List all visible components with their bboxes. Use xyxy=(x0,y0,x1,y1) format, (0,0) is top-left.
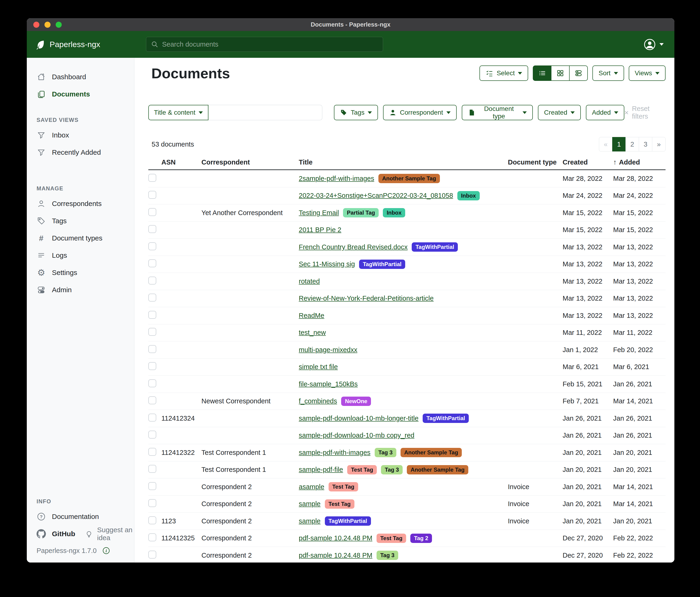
tag-badge[interactable]: Tag 3 xyxy=(381,465,403,474)
row-checkbox[interactable] xyxy=(148,208,156,216)
pagination-page-1[interactable]: 1 xyxy=(612,137,626,151)
row-checkbox[interactable] xyxy=(148,551,156,558)
row-checkbox[interactable] xyxy=(148,499,156,507)
row-checkbox[interactable] xyxy=(148,414,156,422)
pagination-last-button[interactable]: » xyxy=(652,137,666,151)
table-row[interactable]: Correspondent 2asampleTest TagInvoiceJan… xyxy=(148,478,666,496)
sidebar-item-admin[interactable]: Admin xyxy=(27,281,134,298)
created-filter-button[interactable]: Created xyxy=(538,105,581,120)
row-checkbox[interactable] xyxy=(148,294,156,302)
sidebar-item-github[interactable]: GitHub xyxy=(27,525,75,543)
views-button[interactable]: Views xyxy=(629,66,666,81)
sidebar-item-tags[interactable]: Tags xyxy=(27,212,134,230)
header-created[interactable]: Created xyxy=(562,159,613,166)
row-checkbox[interactable] xyxy=(148,397,156,404)
tags-filter-button[interactable]: Tags xyxy=(334,105,378,120)
sidebar-item-correspondents[interactable]: Correspondents xyxy=(27,195,134,212)
sidebar-item-inbox[interactable]: Inbox xyxy=(27,126,134,144)
sidebar-item-dashboard[interactable]: Dashboard xyxy=(27,68,134,86)
document-type-filter-button[interactable]: Document type xyxy=(462,105,533,120)
pagination-page-3[interactable]: 3 xyxy=(639,137,652,151)
document-title-link[interactable]: sample xyxy=(299,500,321,508)
sidebar-item-documentation[interactable]: ? Documentation xyxy=(27,508,134,525)
tag-badge[interactable]: Tag 3 xyxy=(375,448,396,457)
table-row[interactable]: Correspondent 2sampleTest TagInvoiceJan … xyxy=(148,496,666,513)
document-title-link[interactable]: sample xyxy=(299,517,321,525)
tag-badge[interactable]: TagWithPartial xyxy=(325,517,371,526)
table-row[interactable]: simple txt fileMar 6, 2021Mar 6, 2021 xyxy=(148,359,666,376)
reset-filters-button[interactable]: × Reset filters xyxy=(624,105,666,120)
row-checkbox[interactable] xyxy=(148,379,156,387)
table-row[interactable]: Review-of-New-York-Federal-Petitions-art… xyxy=(148,290,666,307)
table-row[interactable]: 112412324sample-pdf-download-10-mb-longe… xyxy=(148,410,666,427)
filter-field-button[interactable]: Title & content xyxy=(148,105,208,120)
detail-view-button[interactable] xyxy=(569,66,588,81)
close-window-button[interactable] xyxy=(33,22,39,28)
correspondent-filter-button[interactable]: Correspondent xyxy=(383,105,456,120)
global-search[interactable] xyxy=(146,37,383,52)
header-asn[interactable]: ASN xyxy=(161,159,201,166)
table-row[interactable]: file-sample_150kBsFeb 15, 2021Jan 26, 20… xyxy=(148,376,666,393)
row-checkbox[interactable] xyxy=(148,225,156,233)
table-row[interactable]: 112412325Correspondent 2pdf-sample 10.24… xyxy=(148,530,666,547)
document-title-link[interactable]: asample xyxy=(299,483,324,491)
select-button[interactable]: Select xyxy=(479,66,528,81)
tag-badge[interactable]: Test Tag xyxy=(325,499,354,509)
tag-badge[interactable]: NewOne xyxy=(341,397,371,406)
document-title-link[interactable]: Testing Email xyxy=(299,209,339,217)
table-row[interactable]: Yet Another CorrespondentTesting EmailPa… xyxy=(148,205,666,222)
pagination-first-button[interactable]: « xyxy=(599,137,612,151)
table-row[interactable]: 2sample-pdf-with-imagesAnother Sample Ta… xyxy=(148,170,666,187)
sidebar-item-documents[interactable]: Documents xyxy=(27,86,134,103)
app-brand[interactable]: Paperless-ngx xyxy=(35,39,100,50)
document-title-link[interactable]: 2sample-pdf-with-images xyxy=(299,175,374,183)
tag-badge[interactable]: TagWithPartial xyxy=(359,260,405,269)
list-view-button[interactable] xyxy=(533,66,551,81)
table-row[interactable]: French Country Bread Revised.docxTagWith… xyxy=(148,239,666,256)
sidebar-item-recently-added[interactable]: Recently Added xyxy=(27,144,134,161)
header-added[interactable]: ↑ Added xyxy=(613,158,665,166)
table-row[interactable]: ReadMeMar 13, 2022Mar 13, 2022 xyxy=(148,307,666,325)
pagination-page-2[interactable]: 2 xyxy=(625,137,639,151)
document-title-link[interactable]: Sec 11-Missing sig xyxy=(299,260,355,268)
row-checkbox[interactable] xyxy=(148,465,156,473)
table-row[interactable]: 112412322Test Correspondent 1sample-pdf-… xyxy=(148,444,666,461)
tag-badge[interactable]: Test Tag xyxy=(347,465,377,474)
document-title-link[interactable]: test_new xyxy=(299,329,326,336)
tag-badge[interactable]: Another Sample Tag xyxy=(378,174,440,183)
table-row[interactable]: Sec 11-Missing sigTagWithPartialMar 13, … xyxy=(148,256,666,273)
document-title-link[interactable]: sample-pdf-file xyxy=(299,466,343,474)
tag-badge[interactable]: Test Tag xyxy=(377,534,406,543)
grid-view-button[interactable] xyxy=(551,66,569,81)
row-checkbox[interactable] xyxy=(148,259,156,267)
row-checkbox[interactable] xyxy=(148,362,156,370)
row-checkbox[interactable] xyxy=(148,431,156,438)
tag-badge[interactable]: Tag 3 xyxy=(377,551,398,560)
sidebar-item-document-types[interactable]: # Document types xyxy=(27,230,134,247)
row-checkbox[interactable] xyxy=(148,277,156,285)
zoom-window-button[interactable] xyxy=(56,22,62,28)
tag-badge[interactable]: Inbox xyxy=(383,208,405,217)
table-row[interactable]: 2011 BP Pie 2Mar 15, 2022Mar 15, 2022 xyxy=(148,222,666,239)
document-title-link[interactable]: ReadMe xyxy=(299,312,324,319)
table-row[interactable]: 1123Correspondent 2sampleTagWithPartialI… xyxy=(148,512,666,530)
document-title-link[interactable]: sample-pdf-download-10-mb copy_red xyxy=(299,432,414,439)
sidebar-item-settings[interactable]: ⚙ Settings xyxy=(27,264,134,281)
row-checkbox[interactable] xyxy=(148,448,156,456)
user-menu[interactable] xyxy=(644,39,664,51)
row-checkbox[interactable] xyxy=(148,517,156,524)
table-row[interactable]: Correspondent 2pdf-sample 10.24.48 PMTag… xyxy=(148,547,666,563)
tag-badge[interactable]: TagWithPartial xyxy=(423,414,469,423)
tag-badge[interactable]: Inbox xyxy=(457,191,480,200)
row-checkbox[interactable] xyxy=(148,191,156,199)
table-row[interactable]: Newest Correspondentf_combinedsNewOneFeb… xyxy=(148,393,666,410)
document-title-link[interactable]: file-sample_150kBs xyxy=(299,380,358,388)
row-checkbox[interactable] xyxy=(148,311,156,319)
row-checkbox[interactable] xyxy=(148,345,156,353)
sort-button[interactable]: Sort xyxy=(593,66,624,81)
header-document-type[interactable]: Document type xyxy=(508,159,562,166)
table-row[interactable]: sample-pdf-download-10-mb copy_redJan 26… xyxy=(148,427,666,445)
tag-badge[interactable]: Tag 2 xyxy=(410,534,432,543)
row-checkbox[interactable] xyxy=(148,482,156,490)
row-checkbox[interactable] xyxy=(148,242,156,250)
